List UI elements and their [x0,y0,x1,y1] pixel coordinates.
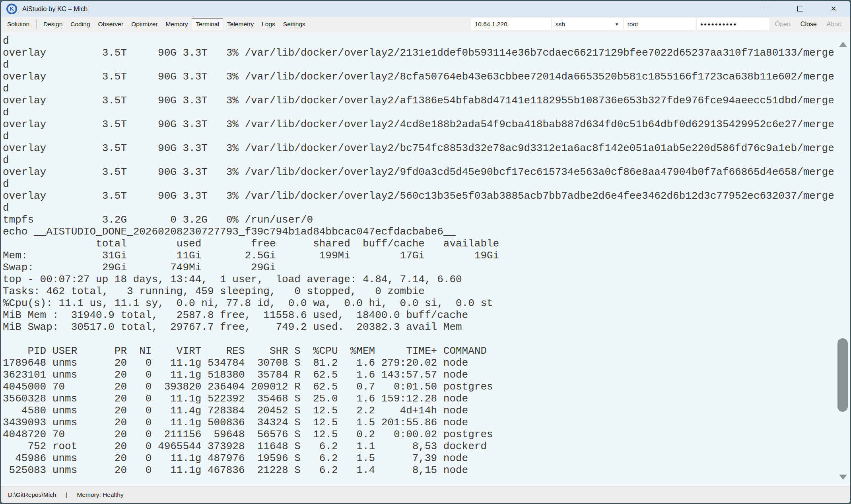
tab-observer[interactable]: Observer [94,18,127,30]
maximize-icon [797,6,803,12]
tab-telemetry[interactable]: Telemetry [223,18,258,30]
app-logo-icon: K [6,4,17,14]
protocol-value: ssh [556,21,565,28]
memory-status: Memory: Healthy [77,491,123,498]
close-icon: ✕ [830,5,836,12]
scrollbar-thumb[interactable] [837,338,848,412]
minimize-icon [764,9,770,9]
title-bar: K AiStudio by KC – Mich ✕ [1,1,850,17]
tab-logs[interactable]: Logs [258,18,279,30]
tab-settings[interactable]: Settings [279,18,309,30]
terminal-pane[interactable]: d overlay 3.5T 90G 3.3T 3% /var/lib/dock… [1,32,850,486]
protocol-select[interactable]: ssh ▼ [552,18,623,30]
connection-toolbar: ssh ▼ Open Close Abort [471,18,846,30]
abort-button[interactable]: Abort [822,21,846,28]
password-input[interactable] [697,18,769,30]
scroll-up-icon[interactable] [839,42,847,47]
open-button[interactable]: Open [771,21,795,28]
tab-coding[interactable]: Coding [66,18,94,30]
window-title: AiStudio by KC – Mich [22,5,87,13]
tab-separator [36,19,37,29]
tab-optimizer[interactable]: Optimizer [127,18,161,30]
status-bar: D:\GitRepos\Mich | Memory: Healthy [1,486,850,503]
tab-solution[interactable]: Solution [3,18,33,30]
close-connection-button[interactable]: Close [796,21,821,28]
vertical-scrollbar[interactable] [836,32,850,486]
window-controls: ✕ [750,1,850,17]
host-input[interactable] [471,18,551,30]
tab-design[interactable]: Design [39,18,66,30]
workspace-path: D:\GitRepos\Mich [8,491,56,498]
scroll-down-icon[interactable] [839,475,847,480]
main-menu-bar: Solution Design Coding Observer Optimize… [1,17,850,32]
app-window: K AiStudio by KC – Mich ✕ Solution Desig… [0,0,851,504]
tab-terminal[interactable]: Terminal [192,18,223,30]
tab-memory[interactable]: Memory [161,18,192,30]
terminal-output: d overlay 3.5T 90G 3.3T 3% /var/lib/dock… [1,32,850,476]
maximize-button[interactable] [783,1,817,17]
chevron-down-icon: ▼ [615,22,619,27]
username-input[interactable] [624,18,696,30]
status-separator: | [66,491,67,498]
logo-letter: K [10,6,14,12]
minimize-button[interactable] [750,1,783,17]
close-button[interactable]: ✕ [817,1,850,17]
